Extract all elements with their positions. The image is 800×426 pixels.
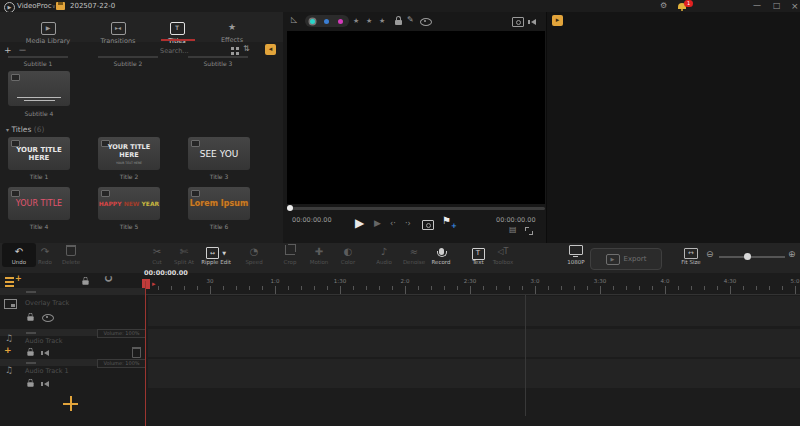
- fit-size-button[interactable]: ↔ Fit Size: [674, 245, 708, 265]
- cyan-dot-icon[interactable]: [310, 19, 315, 24]
- fullscreen-icon[interactable]: [525, 227, 533, 235]
- close-button[interactable]: ×: [791, 0, 799, 12]
- subtitle-3-thumb[interactable]: [188, 56, 248, 58]
- next-frame-button[interactable]: ·›: [405, 219, 411, 228]
- ruler-tick: [509, 286, 510, 290]
- keyframe-next-icon[interactable]: ★: [379, 15, 385, 27]
- audio-track-name[interactable]: Audio Track: [25, 337, 63, 345]
- toolbox-button[interactable]: ◁T Toolbox: [486, 245, 520, 265]
- ruler-tick: [795, 286, 796, 294]
- preview-seek-handle[interactable]: [287, 205, 293, 211]
- ruler-tick: [717, 286, 718, 290]
- track-drag-handle[interactable]: [26, 362, 36, 364]
- audio-track-1-volume[interactable]: Volume: 100%: [97, 359, 146, 368]
- track-drag-handle[interactable]: [26, 332, 36, 334]
- title-4-thumb[interactable]: YOUR TITLE: [8, 187, 70, 220]
- timeline-zoom-slider[interactable]: [719, 256, 785, 258]
- visibility-eye-icon[interactable]: [420, 18, 432, 26]
- title-3-thumb[interactable]: SEE YOU: [188, 137, 250, 170]
- speed-button[interactable]: ◔ Speed: [237, 245, 271, 265]
- title-4-label: Title 4: [8, 223, 70, 230]
- audio-track-1-name[interactable]: Audio Track 1: [25, 367, 69, 375]
- minimize-button[interactable]: —: [753, 0, 761, 12]
- overlay-track-lane[interactable]: [148, 296, 800, 326]
- play-button[interactable]: ▶: [355, 216, 364, 230]
- overlay-lock-icon[interactable]: [27, 316, 33, 321]
- overlay-track-name[interactable]: Overlay Track: [25, 299, 69, 307]
- title-2-thumb[interactable]: YOUR TITLE HERE YOUR TEXT HERE: [98, 137, 160, 170]
- keyframe-add-icon[interactable]: ★: [366, 15, 372, 27]
- track-drag-handle[interactable]: [26, 291, 36, 293]
- grid-view-icon[interactable]: [231, 47, 234, 50]
- magenta-dot-icon[interactable]: [338, 19, 343, 24]
- audio-track-delete-icon[interactable]: [132, 347, 141, 358]
- zoom-in-icon[interactable]: ⊕: [788, 249, 796, 259]
- audio-track-speaker-icon[interactable]: [44, 350, 49, 356]
- lock-preview-icon[interactable]: [395, 20, 402, 25]
- snapshot-camera-icon[interactable]: [512, 17, 524, 27]
- record-button[interactable]: Record: [424, 245, 458, 265]
- gutter-add-icon[interactable]: +: [4, 345, 12, 355]
- app-name[interactable]: VideoProc: [17, 0, 52, 12]
- resolution-button[interactable]: 1080P: [559, 245, 593, 265]
- audio-button[interactable]: ♪ Audio: [367, 245, 401, 265]
- playhead-line[interactable]: [145, 281, 146, 426]
- scale-ruler-icon[interactable]: ◺: [291, 14, 297, 26]
- audio-track-lock-icon[interactable]: [27, 351, 33, 356]
- title-3-label: Title 3: [188, 173, 250, 180]
- ruler-label: 3:30: [594, 278, 606, 284]
- ruler-label: 1:0: [271, 278, 280, 284]
- subtitle-4-thumb[interactable]: [8, 71, 70, 106]
- blue-dot-icon[interactable]: [324, 19, 329, 24]
- grid-overlay-icon[interactable]: ▤: [509, 225, 517, 234]
- brush-icon[interactable]: ✎: [407, 14, 414, 26]
- collapse-left-panel-icon[interactable]: ◂: [265, 44, 276, 55]
- title-1-thumb[interactable]: YOUR TITLE HERE: [8, 137, 70, 170]
- subtitle-1-thumb[interactable]: [8, 56, 68, 58]
- tab-media-library[interactable]: ▶ Media Library: [18, 15, 78, 45]
- preview-seekbar[interactable]: [287, 207, 545, 210]
- delete-button[interactable]: Delete: [54, 245, 88, 265]
- subtitle-2-thumb[interactable]: [98, 56, 158, 58]
- tab-effects[interactable]: ★ Effects: [202, 15, 262, 44]
- audio-track-1-speaker-icon[interactable]: [44, 381, 49, 387]
- title-5-thumb[interactable]: HAPPY NEW YEAR: [98, 187, 160, 220]
- audio-track-1-lock-icon[interactable]: [27, 382, 33, 387]
- export-button[interactable]: ▶ Export: [590, 248, 662, 270]
- audio-track-1-lane[interactable]: [148, 359, 800, 388]
- color-button[interactable]: ◐ Color: [331, 245, 365, 265]
- keyframe-prev-icon[interactable]: ★: [353, 15, 359, 27]
- mute-speaker-icon[interactable]: [531, 19, 536, 25]
- videoproc-window: ▶ VideoProc ∨ 202507-22-0 ⚙ 1 — □ × ▶ Me…: [0, 0, 800, 426]
- add-marker-button[interactable]: ⚑: [442, 215, 451, 226]
- save-project-icon[interactable]: [56, 2, 65, 10]
- add-clip-cursor-icon[interactable]: [63, 396, 78, 411]
- collapsed-track-strip[interactable]: [0, 288, 146, 295]
- media-panel: ▶ Media Library ▸◂ Transitions T Titles …: [0, 12, 283, 243]
- overlay-track-icon: [4, 299, 17, 309]
- sample-subtitle-line: [24, 100, 55, 101]
- ruler-tick: [561, 286, 562, 290]
- tab-transitions-label: Transitions: [88, 37, 148, 45]
- tab-transitions[interactable]: ▸◂ Transitions: [88, 15, 148, 45]
- ripple-edit-button[interactable]: ↔ ▼ Ripple Edit: [196, 245, 236, 265]
- snapshot-button[interactable]: [422, 220, 434, 230]
- previous-frame-button[interactable]: ‹·: [390, 219, 396, 228]
- sort-icon[interactable]: ⇅: [243, 44, 250, 53]
- title-3-preview-text: SEE YOU: [188, 137, 250, 170]
- video-preview[interactable]: [287, 31, 545, 204]
- overlay-visibility-icon[interactable]: [42, 314, 54, 322]
- audio-track-lane[interactable]: [148, 329, 800, 357]
- add-media-button[interactable]: +: [4, 43, 12, 57]
- preview-current-time: 00:00:00.00: [292, 216, 332, 224]
- remove-media-button[interactable]: —: [19, 43, 26, 57]
- audio-track-volume[interactable]: Volume: 100%: [97, 329, 146, 338]
- title-6-thumb[interactable]: Lorem Ipsum: [188, 187, 250, 220]
- settings-gear-icon[interactable]: ⚙: [660, 0, 667, 12]
- section-collapse-caret-icon[interactable]: ▾: [6, 126, 9, 133]
- maximize-button[interactable]: □: [773, 0, 781, 12]
- timeline-zoom-handle[interactable]: [744, 253, 751, 260]
- collapse-right-panel-icon[interactable]: ▸: [552, 15, 563, 26]
- zoom-out-icon[interactable]: ⊖: [706, 249, 714, 259]
- loop-play-button[interactable]: ▶: [374, 218, 381, 228]
